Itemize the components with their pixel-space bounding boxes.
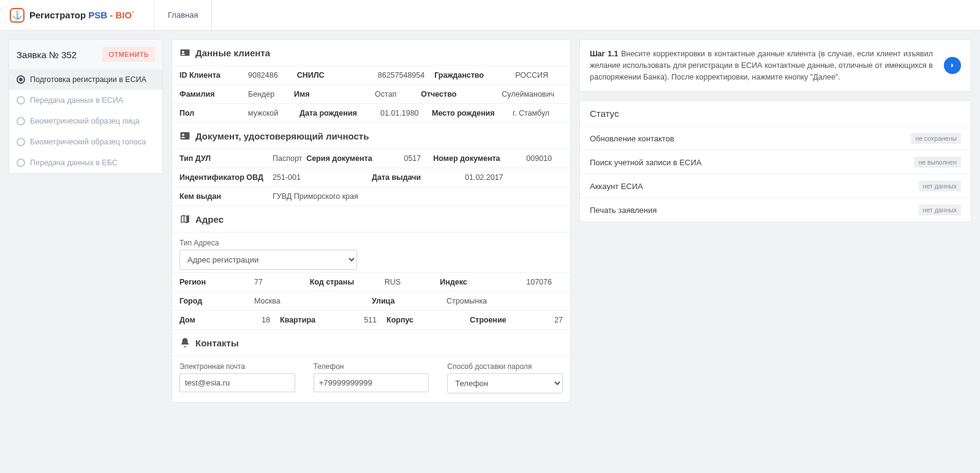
status-label: Обновление контактов bbox=[590, 134, 674, 143]
addr-house-label: Дом bbox=[179, 316, 241, 324]
chevron-right-icon bbox=[948, 61, 957, 70]
method-select[interactable]: Телефон bbox=[447, 373, 563, 393]
step-prep-esia[interactable]: Подготовка регистрации в ЕСИА bbox=[9, 69, 162, 90]
app-logo-icon: ⚓ bbox=[10, 8, 24, 23]
addr-city-value: Москва bbox=[254, 297, 371, 305]
status-row-print: Печать заявления нет данных bbox=[580, 198, 971, 222]
addr-build-value: 27 bbox=[526, 316, 563, 324]
client-pob-value: г. Стамбул bbox=[513, 109, 563, 117]
client-id-value: 9082486 bbox=[248, 71, 296, 80]
email-field-block: Электронная почта bbox=[179, 362, 295, 393]
addr-city-label: Город bbox=[179, 297, 253, 305]
doc-ser-value: 0517 bbox=[399, 154, 432, 163]
doc-row-1: Тип ДУЛ Паспорт Серия документа 0517 Ном… bbox=[172, 149, 570, 168]
client-firstname-label: Имя bbox=[294, 90, 374, 99]
bell-icon bbox=[179, 337, 190, 348]
status-label: Печать заявления bbox=[590, 206, 657, 215]
section-client-header: Данные клиента bbox=[172, 40, 570, 66]
step-send-esia[interactable]: Передача данных в ЕСИА bbox=[9, 90, 162, 111]
addr-region-label: Регион bbox=[179, 278, 253, 286]
step-label: Биометрический образец голоса bbox=[30, 138, 146, 146]
logo-dash: - bbox=[107, 10, 115, 20]
nav-tabs: Главная bbox=[154, 0, 212, 30]
doc-ser-label: Серия документа bbox=[306, 154, 398, 163]
client-row-3: Пол мужской Дата рождения 01.01.1980 Мес… bbox=[172, 104, 570, 123]
logo-psb: PSB bbox=[88, 10, 107, 20]
client-row-1: ID Клиента 9082486 СНИЛС 86257548954 Гра… bbox=[172, 66, 570, 85]
next-button[interactable] bbox=[944, 57, 961, 74]
doc-type-value: Паспорт bbox=[273, 154, 305, 163]
doc-row-3: Кем выдан ГУВД Приморского края bbox=[172, 187, 570, 206]
status-row-search: Поиск учетной записи в ЕСИА не выполнен bbox=[580, 151, 971, 174]
section-doc-title: Документ, удостоверяющий личность bbox=[195, 131, 369, 141]
client-pob-label: Место рождения bbox=[432, 109, 511, 117]
radio-icon bbox=[17, 117, 25, 125]
cancel-button[interactable]: ОТМЕНИТЬ bbox=[102, 47, 155, 62]
step-send-ebs[interactable]: Передача данных в ЕБС bbox=[9, 152, 162, 173]
addr-street-value: Стромынка bbox=[447, 297, 563, 305]
status-title: Статус bbox=[580, 101, 971, 127]
method-label: Способ доставки пароля bbox=[447, 362, 563, 371]
radio-icon bbox=[17, 96, 25, 105]
status-badge: не выполнен bbox=[914, 157, 961, 168]
client-midname-value: Сулейманович bbox=[502, 90, 563, 99]
addr-index-value: 107076 bbox=[508, 278, 563, 286]
status-badge: нет данных bbox=[919, 204, 961, 215]
id-card-icon bbox=[179, 130, 190, 141]
doc-type-label: Тип ДУЛ bbox=[179, 154, 271, 163]
doc-num-value: 009010 bbox=[526, 154, 563, 163]
phone-input[interactable] bbox=[314, 373, 429, 392]
right-column: Шаг 1.1 Внесите корректировки в контактн… bbox=[579, 39, 971, 222]
section-client-title: Данные клиента bbox=[195, 48, 270, 58]
radio-icon bbox=[17, 138, 25, 146]
client-snils-value: 86257548954 bbox=[378, 71, 433, 80]
addr-street-label: Улица bbox=[372, 297, 445, 305]
addr-row-3: Дом 18 Квартира 511 Корпус Строение 27 bbox=[172, 311, 570, 330]
client-sex-label: Пол bbox=[179, 109, 247, 117]
request-title: Заявка № 352 bbox=[17, 50, 77, 60]
step-label: Передача данных в ЕСИА bbox=[30, 96, 123, 105]
doc-ovd-label: Индентификатор ОВД bbox=[179, 173, 271, 182]
status-row-account: Аккаунт ЕСИА нет данных bbox=[580, 174, 971, 198]
section-contacts-title: Контакты bbox=[195, 338, 239, 348]
addr-house-value: 18 bbox=[242, 316, 279, 324]
email-input[interactable] bbox=[179, 373, 295, 392]
client-dob-value: 01.01.1980 bbox=[380, 109, 431, 117]
person-card-icon bbox=[179, 47, 190, 58]
sidebar: Заявка № 352 ОТМЕНИТЬ Подготовка регистр… bbox=[9, 39, 163, 174]
status-label: Поиск учетной записи в ЕСИА bbox=[590, 158, 701, 167]
client-firstname-value: Остап bbox=[375, 90, 420, 99]
radio-icon bbox=[17, 75, 25, 84]
step-bio-voice[interactable]: Биометрический образец голоса bbox=[9, 132, 162, 152]
map-icon bbox=[179, 214, 190, 225]
status-badge: не сохранены bbox=[911, 133, 961, 144]
addr-type-select[interactable]: Адрес регистрации bbox=[179, 250, 357, 270]
instruction-card: Шаг 1.1 Внесите корректировки в контактн… bbox=[579, 39, 971, 92]
phone-field-block: Телефон bbox=[314, 362, 429, 393]
logo[interactable]: ⚓ Регистратор PSB - BIO° bbox=[0, 0, 154, 30]
sidebar-header: Заявка № 352 ОТМЕНИТЬ bbox=[9, 40, 162, 69]
logo-registrator: Регистратор bbox=[29, 10, 86, 20]
addr-build-label: Строение bbox=[470, 316, 525, 324]
step-label: Подготовка регистрации в ЕСИА bbox=[30, 75, 146, 84]
doc-by-value: ГУВД Приморского края bbox=[273, 192, 563, 201]
instruction-text: Шаг 1.1 Внесите корректировки в контактн… bbox=[590, 48, 933, 83]
topbar: ⚓ Регистратор PSB - BIO° Главная bbox=[0, 0, 980, 31]
client-lastname-value: Бендер bbox=[248, 90, 293, 99]
contacts-body: Электронная почта Телефон Способ доставк… bbox=[172, 356, 570, 402]
logo-text: Регистратор PSB - BIO° bbox=[29, 10, 134, 20]
step-bio-face[interactable]: Биометрический образец лица bbox=[9, 111, 162, 132]
status-badge: нет данных bbox=[919, 181, 961, 192]
steps-list: Подготовка регистрации в ЕСИА Передача д… bbox=[9, 69, 162, 173]
section-contacts-header: Контакты bbox=[172, 330, 570, 356]
client-cit-label: Гражданство bbox=[434, 71, 514, 80]
addr-flat-label: Квартира bbox=[280, 316, 335, 324]
addr-korp-value bbox=[443, 316, 469, 324]
doc-date-value: 01.02.2017 bbox=[465, 173, 563, 182]
status-label: Аккаунт ЕСИА bbox=[590, 182, 643, 191]
email-label: Электронная почта bbox=[179, 362, 295, 371]
logo-bio: BIO° bbox=[115, 10, 134, 20]
nav-tab-main[interactable]: Главная bbox=[154, 0, 212, 30]
addr-korp-label: Корпус bbox=[386, 316, 442, 324]
client-cit-value: РОССИЯ bbox=[515, 71, 563, 80]
